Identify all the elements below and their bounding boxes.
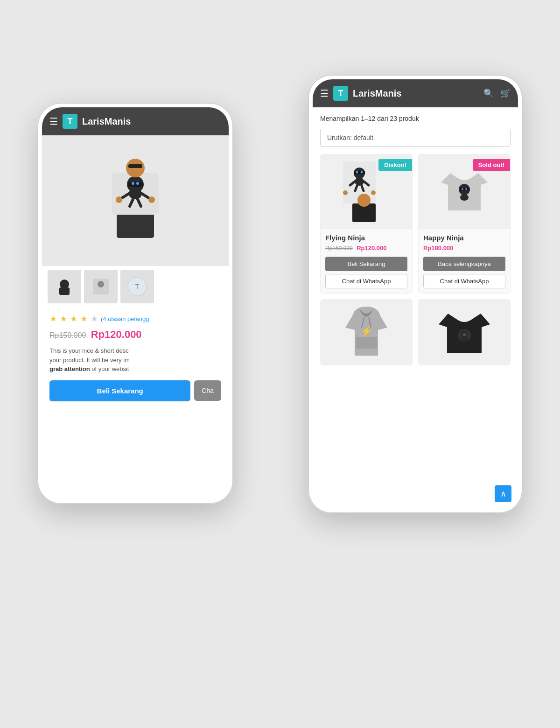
back-price-row: Rp150.000 Rp120.000 xyxy=(49,329,221,341)
product-image-1: Diskon! xyxy=(321,154,412,229)
product-card-2: Sold out! xyxy=(418,154,511,294)
back-screen: ☰ T LarisManis xyxy=(42,107,229,499)
star-3: ★ xyxy=(70,314,77,324)
star-5: ★ xyxy=(91,314,98,324)
sort-select[interactable]: Urutkan: default xyxy=(320,129,511,147)
buy-now-button[interactable]: Beli Sekarang xyxy=(49,380,190,401)
front-hamburger-icon[interactable]: ☰ xyxy=(320,89,329,98)
svg-point-47 xyxy=(463,333,466,336)
star-2: ★ xyxy=(60,314,67,324)
svg-text:T: T xyxy=(135,283,140,290)
price-row-1: Rp150.000 Rp120.000 xyxy=(325,244,407,253)
product-image-2: Sold out! xyxy=(419,154,510,229)
svg-rect-23 xyxy=(354,171,365,174)
price-sale-1: Rp120.000 xyxy=(357,245,386,252)
front-logo-letter: T xyxy=(338,89,343,98)
svg-rect-40 xyxy=(356,337,377,349)
action-row: Beli Sekarang Cha xyxy=(49,380,221,401)
product-image-3: ⚡ xyxy=(321,300,412,365)
thumb-2[interactable] xyxy=(84,270,118,303)
product-card-4 xyxy=(418,299,511,365)
whatsapp-button-2[interactable]: Chat di WhatsApp xyxy=(423,274,505,288)
price-original-1: Rp150.000 xyxy=(325,245,353,252)
svg-point-34 xyxy=(357,194,371,207)
svg-point-6 xyxy=(129,188,142,199)
svg-point-12 xyxy=(148,196,155,203)
buy-button-1[interactable]: Beli Sekarang xyxy=(325,257,407,271)
stars-row: ★ ★ ★ ★ ★ (4 ulasan pelangg xyxy=(49,314,221,324)
back-product-info: ★ ★ ★ ★ ★ (4 ulasan pelangg Rp150.000 Rp… xyxy=(42,307,229,499)
phone-front: ☰ T LarisManis 🔍 🛒 Menampilkan 1–12 dari… xyxy=(308,75,523,513)
star-4: ★ xyxy=(80,314,88,324)
svg-rect-46 xyxy=(461,337,468,342)
back-price-original: Rp150.000 xyxy=(49,331,86,339)
search-icon[interactable]: 🔍 xyxy=(483,88,494,98)
product-info-1: Flying Ninja Rp150.000 Rp120.000 Beli Se… xyxy=(321,229,412,293)
ninja-flying-svg xyxy=(89,145,182,257)
svg-rect-3 xyxy=(128,182,143,187)
svg-point-33 xyxy=(343,190,348,195)
cart-icon[interactable]: 🛒 xyxy=(500,88,511,98)
svg-point-4 xyxy=(132,182,134,185)
back-navbar: ☰ T LarisManis xyxy=(42,107,229,135)
thumb-1[interactable] xyxy=(48,270,81,303)
svg-point-11 xyxy=(116,196,122,203)
svg-point-18 xyxy=(98,281,104,287)
price-sale-2: Rp180.000 xyxy=(423,245,453,252)
thumbnail-row: T xyxy=(42,266,229,307)
logo-letter: T xyxy=(68,117,73,126)
hamburger-icon[interactable]: ☰ xyxy=(49,117,58,126)
buy-button-2[interactable]: Baca selengkapnya xyxy=(423,257,505,271)
svg-point-5 xyxy=(136,182,139,185)
phone-back: ☰ T LarisManis xyxy=(37,103,233,504)
svg-rect-16 xyxy=(59,287,70,295)
product-description: This is your nice & short desc your prod… xyxy=(49,346,221,374)
scene: ☰ T LarisManis xyxy=(23,37,537,691)
svg-rect-36 xyxy=(460,188,469,190)
navbar-icons: 🔍 🛒 xyxy=(483,88,511,98)
back-price-sale: Rp120.000 xyxy=(91,329,142,340)
chat-button[interactable]: Cha xyxy=(194,380,221,401)
product-name-2: Happy Ninja xyxy=(423,234,505,242)
logo-box: T xyxy=(63,114,77,129)
product-card-1: Diskon! xyxy=(320,154,413,294)
badge-diskon: Diskon! xyxy=(378,159,412,171)
product-main-image xyxy=(42,135,229,266)
svg-point-25 xyxy=(361,171,363,174)
svg-rect-14 xyxy=(128,164,142,168)
svg-point-32 xyxy=(371,190,376,195)
product-list-content: Menampilkan 1–12 dari 23 produk Urutkan:… xyxy=(313,107,518,509)
back-to-top-button[interactable]: ∧ xyxy=(495,485,511,502)
front-navbar: ☰ T LarisManis 🔍 🛒 xyxy=(313,79,518,107)
front-screen: ☰ T LarisManis 🔍 🛒 Menampilkan 1–12 dari… xyxy=(313,79,518,509)
whatsapp-button-1[interactable]: Chat di WhatsApp xyxy=(325,274,407,288)
star-1: ★ xyxy=(49,314,57,324)
product-card-3: ⚡ xyxy=(320,299,413,365)
thumb-3[interactable]: T xyxy=(120,270,154,303)
svg-point-24 xyxy=(356,171,358,174)
price-row-2: Rp180.000 xyxy=(423,244,505,253)
svg-text:⚡: ⚡ xyxy=(361,326,372,337)
results-text: Menampilkan 1–12 dari 23 produk xyxy=(320,115,511,122)
product-image-4 xyxy=(419,300,510,365)
brand-name: LarisManis xyxy=(82,116,131,127)
product-grid: Diskon! xyxy=(320,154,511,365)
product-name-1: Flying Ninja xyxy=(325,234,407,242)
front-brand-name: LarisManis xyxy=(353,88,401,99)
front-logo-box: T xyxy=(333,86,348,101)
svg-point-26 xyxy=(355,177,364,186)
review-link[interactable]: (4 ulasan pelangg xyxy=(101,315,149,322)
svg-point-37 xyxy=(462,188,463,190)
svg-point-39 xyxy=(460,194,469,201)
product-info-2: Happy Ninja Rp180.000 Baca selengkapnya … xyxy=(419,229,510,293)
svg-point-38 xyxy=(465,188,467,190)
badge-soldout: Sold out! xyxy=(473,159,510,171)
